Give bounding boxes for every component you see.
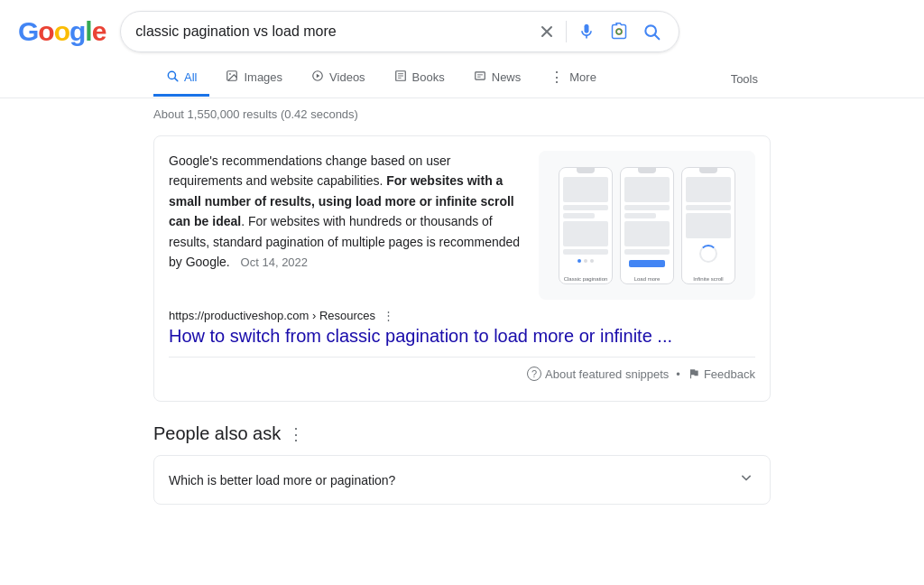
- tab-books[interactable]: Books: [382, 60, 457, 97]
- question-icon: ?: [527, 367, 541, 381]
- snippet-text: Google's recommendations change based on…: [169, 151, 521, 273]
- tab-news-label: News: [492, 70, 522, 84]
- tab-all-label: All: [184, 70, 197, 84]
- phone2-label: Load more: [621, 274, 673, 283]
- clear-button[interactable]: [535, 20, 559, 43]
- search-button[interactable]: [639, 19, 664, 44]
- phone1-line2: [563, 213, 595, 218]
- svg-point-6: [230, 73, 232, 75]
- video-icon: [311, 70, 324, 82]
- logo-letter-e: e: [92, 16, 106, 46]
- magnifier-icon: [166, 70, 179, 82]
- tab-videos-label: Videos: [329, 70, 365, 84]
- snippet-image: Classic pagination Load mo: [539, 151, 755, 300]
- phone-infinite: Infinite scroll: [681, 167, 735, 284]
- voice-search-button[interactable]: [574, 19, 599, 44]
- microphone-icon: [578, 23, 596, 41]
- tab-more[interactable]: ⋮ More: [537, 60, 609, 98]
- search-bar-icons: [535, 19, 664, 44]
- search-bar: [120, 11, 679, 52]
- phone1-img1: [563, 177, 608, 202]
- search-nav: All Images Videos: [0, 60, 924, 98]
- search-icon: [642, 23, 661, 41]
- phone-loadmore: Load more: [620, 167, 674, 284]
- result-title-link[interactable]: How to switch from classic pagination to…: [169, 326, 672, 346]
- chevron-down-icon: [737, 469, 755, 491]
- books-tab-icon: [394, 70, 407, 85]
- phone2-img2: [624, 221, 670, 246]
- featured-snippet: Google's recommendations change based on…: [153, 135, 771, 402]
- results-area: About 1,550,000 results (0.42 seconds) G…: [0, 98, 924, 505]
- google-logo[interactable]: Google: [18, 16, 106, 47]
- phone1-content: [559, 173, 612, 274]
- search-divider: [566, 21, 567, 42]
- camera-icon: [610, 23, 628, 41]
- result-url: https://productiveshop.com › Resources: [169, 309, 375, 322]
- about-snippets-label: About featured snippets: [545, 367, 669, 381]
- phone1-dots: [563, 257, 608, 265]
- result-options-button[interactable]: ⋮: [383, 309, 394, 322]
- result-source: https://productiveshop.com › Resources ⋮: [169, 309, 755, 322]
- svg-line-2: [655, 35, 660, 40]
- phone2-img1: [624, 177, 670, 202]
- paa-item-0[interactable]: Which is better load more or pagination?: [153, 455, 771, 505]
- svg-line-4: [175, 79, 178, 81]
- tab-all[interactable]: All: [153, 60, 209, 97]
- dot1: [578, 259, 581, 263]
- videos-tab-icon: [311, 70, 324, 85]
- tab-more-label: More: [569, 70, 596, 84]
- phone2-content: [621, 173, 673, 274]
- paa-title: People also ask: [153, 423, 281, 444]
- book-icon: [394, 70, 407, 82]
- expand-icon: [737, 469, 755, 487]
- phones-container: Classic pagination Load mo: [550, 158, 744, 293]
- logo-letter-l: l: [85, 16, 91, 46]
- phone2-line1: [624, 205, 670, 210]
- lens-button[interactable]: [606, 19, 632, 44]
- newspaper-icon: [474, 70, 486, 82]
- dot3: [590, 259, 594, 263]
- image-icon: [226, 70, 238, 82]
- phone3-line1: [686, 205, 731, 210]
- search-input[interactable]: [135, 23, 526, 40]
- news-tab-icon: [474, 70, 486, 85]
- phone2-line3: [624, 249, 670, 255]
- phone1-line1: [563, 205, 608, 210]
- phone3-content: [682, 173, 735, 274]
- feedback-item[interactable]: Feedback: [688, 367, 755, 381]
- svg-rect-13: [476, 72, 485, 79]
- spinner-icon: [699, 245, 717, 263]
- logo-letter-g: G: [18, 16, 38, 46]
- people-also-ask-section: People also ask ⋮ Which is better load m…: [153, 423, 771, 505]
- feedback-label: Feedback: [704, 367, 755, 381]
- phone1-label: Classic pagination: [559, 274, 612, 283]
- phone1-line3: [563, 249, 608, 255]
- tab-images[interactable]: Images: [213, 60, 295, 97]
- phone1-img2: [563, 221, 608, 246]
- images-tab-icon: [226, 70, 238, 85]
- phone-classic: Classic pagination: [559, 167, 613, 284]
- footer-separator: •: [676, 367, 680, 381]
- loadmore-btn: [629, 260, 665, 267]
- tab-books-label: Books: [412, 70, 445, 84]
- header: Google: [0, 0, 924, 60]
- about-snippets-item[interactable]: ? About featured snippets: [527, 367, 669, 381]
- tab-news[interactable]: News: [461, 60, 534, 97]
- clear-icon: [539, 23, 555, 40]
- paa-question-0: Which is better load more or pagination?: [169, 473, 395, 488]
- tools-button[interactable]: Tools: [718, 63, 771, 95]
- phone3-img1: [686, 177, 731, 202]
- phone2-line2: [624, 213, 656, 218]
- all-tab-icon: [166, 70, 179, 85]
- phone3-img2: [686, 213, 731, 238]
- paa-options-button[interactable]: ⋮: [288, 424, 304, 444]
- results-count: About 1,550,000 results (0.42 seconds): [153, 107, 771, 121]
- logo-letter-o2: o: [54, 16, 69, 46]
- logo-letter-o1: o: [38, 16, 53, 46]
- tab-images-label: Images: [244, 70, 282, 84]
- snippet-footer: ? About featured snippets • Feedback: [169, 357, 755, 386]
- phone3-label: Infinite scroll: [682, 274, 735, 283]
- tab-videos[interactable]: Videos: [299, 60, 378, 97]
- snippet-date: Oct 14, 2022: [241, 255, 308, 269]
- more-tab-icon: ⋮: [550, 69, 564, 86]
